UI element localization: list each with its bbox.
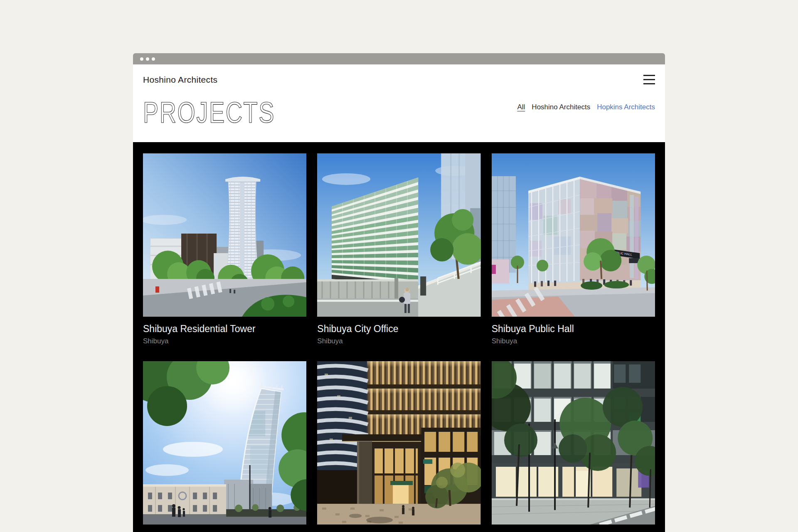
filter-hoshino-architects[interactable]: Hoshino Architects bbox=[532, 103, 590, 111]
project-card-shibuya-residential-tower[interactable]: Shibuya Residential Tower Shibuya bbox=[143, 153, 306, 345]
browser-titlebar[interactable] bbox=[133, 53, 665, 64]
glass-facade-street-photo bbox=[492, 361, 655, 525]
project-card-4[interactable] bbox=[143, 361, 306, 531]
page-title: PROJECTS bbox=[143, 98, 275, 127]
traffic-light-dot[interactable] bbox=[152, 57, 155, 61]
project-location: Shibuya bbox=[317, 337, 480, 345]
project-location: Shibuya bbox=[492, 337, 655, 345]
project-card-6[interactable] bbox=[492, 361, 655, 531]
filter-all[interactable]: All bbox=[517, 103, 525, 111]
twisting-tower-photo bbox=[143, 361, 306, 525]
project-card-shibuya-public-hall[interactable]: SHIBUYA PUBLIC HALL bbox=[492, 153, 655, 345]
project-title: Shibuya Residential Tower bbox=[143, 323, 306, 335]
hamburger-menu-icon[interactable] bbox=[643, 71, 655, 88]
title-row: PROJECTS All Hoshino Architects Hopkins … bbox=[143, 98, 655, 127]
browser-window: Hoshino Architects PROJECTS All Hoshino … bbox=[133, 53, 665, 532]
public-hall-photo: SHIBUYA PUBLIC HALL bbox=[492, 153, 655, 317]
project-card-shibuya-city-office[interactable]: Shibuya City Office Shibuya bbox=[317, 153, 480, 345]
traffic-light-dot[interactable] bbox=[140, 57, 143, 61]
city-office-photo bbox=[317, 153, 480, 317]
project-location: Shibuya bbox=[143, 337, 306, 345]
site-logo[interactable]: Hoshino Architects bbox=[143, 75, 217, 85]
night-entrance-photo bbox=[317, 361, 480, 525]
project-title: Shibuya Public Hall bbox=[492, 323, 655, 335]
project-filters: All Hoshino Architects Hopkins Architect… bbox=[517, 103, 655, 111]
logo-row: Hoshino Architects bbox=[143, 71, 655, 88]
projects-section: Shibuya Residential Tower Shibuya bbox=[133, 142, 665, 532]
project-title: Shibuya City Office bbox=[317, 323, 480, 335]
residential-tower-photo bbox=[143, 153, 306, 317]
filter-hopkins-architects[interactable]: Hopkins Architects bbox=[597, 103, 655, 111]
traffic-light-dot[interactable] bbox=[146, 57, 149, 61]
site-header: Hoshino Architects PROJECTS All Hoshino … bbox=[133, 64, 665, 142]
projects-grid: Shibuya Residential Tower Shibuya bbox=[143, 153, 655, 531]
project-card-5[interactable] bbox=[317, 361, 480, 531]
